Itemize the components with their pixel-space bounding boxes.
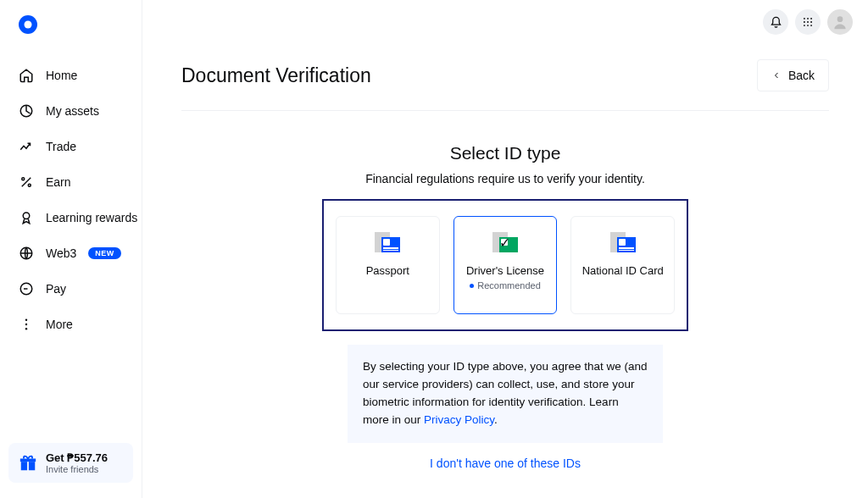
recommended-badge: Recommended	[470, 280, 541, 290]
svg-point-12	[804, 18, 805, 19]
coinbase-logo-icon	[19, 15, 37, 34]
disclaimer-text: By selecting your ID type above, you agr…	[363, 360, 647, 426]
privacy-policy-link[interactable]: Privacy Policy	[424, 413, 494, 426]
grid-icon	[802, 16, 814, 28]
section-heading: Select ID type	[181, 143, 829, 163]
id-type-group: Passport ✓ Driver's License Recommended	[322, 199, 688, 331]
pie-icon	[19, 103, 34, 119]
svg-point-14	[810, 18, 812, 19]
svg-point-1	[22, 178, 25, 180]
id-option-label: National ID Card	[582, 264, 664, 277]
id-option-drivers-license[interactable]: ✓ Driver's License Recommended	[453, 216, 558, 314]
invite-card[interactable]: Get ₱557.76 Invite friends	[8, 443, 133, 483]
back-label: Back	[788, 69, 815, 82]
disclaimer: By selecting your ID type above, you agr…	[348, 345, 663, 443]
svg-rect-11	[20, 458, 36, 462]
sidebar-item-trade[interactable]: Trade	[0, 129, 142, 164]
svg-point-2	[28, 184, 31, 186]
svg-point-8	[25, 328, 27, 329]
svg-point-20	[810, 25, 812, 26]
back-button[interactable]: Back	[757, 59, 829, 91]
id-option-label: Driver's License	[466, 264, 544, 277]
svg-point-18	[804, 25, 805, 26]
sidebar-item-pay[interactable]: Pay	[0, 271, 142, 307]
nav-list: Home My assets Trade Earn Learning rewar…	[0, 58, 142, 436]
topbar	[142, 0, 868, 44]
svg-point-17	[810, 21, 812, 23]
invite-title: Get ₱557.76	[46, 451, 108, 464]
main: Document Verification Back Select ID typ…	[142, 0, 868, 498]
svg-point-13	[807, 18, 809, 19]
user-icon	[832, 14, 849, 30]
id-option-label: Passport	[366, 264, 409, 277]
apps-button[interactable]	[795, 9, 821, 35]
section-sub: Financial regulations require us to veri…	[181, 172, 829, 185]
invite-sub: Invite friends	[46, 464, 108, 474]
sidebar-item-label: Earn	[46, 175, 71, 189]
chevron-left-icon	[771, 70, 782, 80]
svg-point-16	[807, 21, 809, 23]
page-title: Document Verification	[181, 64, 371, 87]
svg-rect-9	[21, 462, 27, 470]
svg-point-3	[23, 213, 30, 219]
sidebar-item-earn[interactable]: Earn	[0, 164, 142, 200]
logo[interactable]	[0, 15, 142, 49]
avatar[interactable]	[827, 9, 853, 35]
no-id-link[interactable]: I don't have one of these IDs	[181, 456, 829, 470]
svg-point-6	[25, 319, 27, 321]
sidebar-item-home[interactable]: Home	[0, 58, 142, 93]
trend-icon	[19, 139, 34, 154]
bell-icon	[770, 16, 782, 29]
national-id-icon	[610, 232, 636, 252]
sidebar-item-label: Learning rewards	[46, 211, 137, 224]
license-icon: ✓	[492, 232, 518, 252]
notifications-button[interactable]	[763, 9, 788, 35]
sidebar-item-my-assets[interactable]: My assets	[0, 93, 142, 129]
id-option-national-id[interactable]: National ID Card	[570, 216, 675, 314]
sidebar: Home My assets Trade Earn Learning rewar…	[0, 0, 142, 498]
sidebar-item-label: More	[46, 318, 73, 331]
svg-point-15	[804, 21, 805, 23]
new-badge: NEW	[88, 247, 120, 259]
svg-rect-10	[29, 462, 35, 470]
sidebar-item-label: Web3	[46, 246, 76, 260]
sidebar-item-more[interactable]: More	[0, 307, 142, 342]
page-header: Document Verification Back	[181, 44, 829, 111]
percent-icon	[19, 174, 34, 190]
gift-icon	[19, 454, 37, 473]
sidebar-item-label: Trade	[46, 140, 76, 153]
passport-icon	[375, 232, 400, 252]
globe-icon	[19, 246, 34, 261]
svg-point-21	[837, 16, 843, 22]
id-option-passport[interactable]: Passport	[336, 216, 440, 314]
home-icon	[19, 68, 34, 83]
svg-point-7	[25, 324, 27, 325]
disclaimer-tail: .	[494, 413, 498, 426]
sidebar-item-label: Pay	[46, 282, 66, 296]
sidebar-item-web3[interactable]: Web3 NEW	[0, 235, 142, 271]
ribbon-icon	[19, 210, 34, 225]
sidebar-item-label: Home	[46, 69, 77, 82]
sidebar-item-learning-rewards[interactable]: Learning rewards	[0, 200, 142, 235]
svg-point-19	[807, 25, 809, 26]
sidebar-item-label: My assets	[46, 104, 99, 118]
more-icon	[19, 317, 34, 332]
pay-icon	[19, 281, 34, 296]
